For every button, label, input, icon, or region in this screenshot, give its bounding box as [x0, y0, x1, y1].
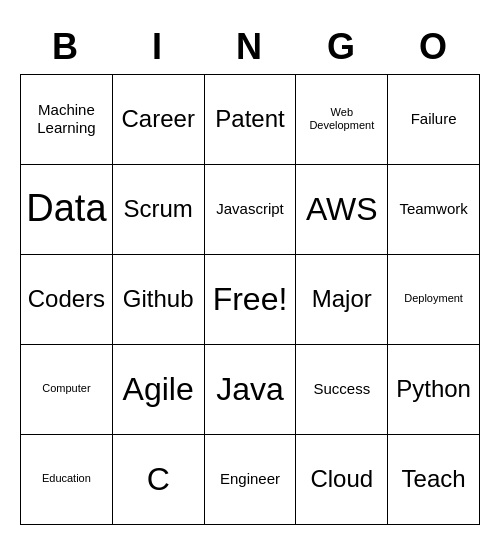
- bingo-cell: Github: [113, 255, 205, 345]
- header-letter: G: [296, 20, 388, 74]
- cell-text: Data: [26, 186, 106, 232]
- cell-text: Teamwork: [399, 200, 467, 218]
- cell-text: Coders: [28, 285, 105, 314]
- header-letter: N: [204, 20, 296, 74]
- bingo-cell: Major: [296, 255, 388, 345]
- bingo-cell: C: [113, 435, 205, 525]
- bingo-cell: Python: [388, 345, 480, 435]
- cell-text: Machine Learning: [25, 101, 108, 137]
- bingo-cell: Agile: [113, 345, 205, 435]
- cell-text: Github: [123, 285, 194, 314]
- cell-text: Patent: [215, 105, 284, 134]
- cell-text: Success: [313, 380, 370, 398]
- bingo-cell: Teamwork: [388, 165, 480, 255]
- bingo-cell: Deployment: [388, 255, 480, 345]
- cell-text: Web Development: [300, 106, 383, 132]
- bingo-cell: Machine Learning: [21, 75, 113, 165]
- bingo-cell: Career: [113, 75, 205, 165]
- cell-text: Teach: [402, 465, 466, 494]
- cell-text: Major: [312, 285, 372, 314]
- bingo-cell: Free!: [205, 255, 297, 345]
- bingo-grid: Machine LearningCareerPatentWeb Developm…: [20, 74, 480, 525]
- cell-text: Free!: [213, 280, 288, 318]
- bingo-cell: Patent: [205, 75, 297, 165]
- bingo-cell: Teach: [388, 435, 480, 525]
- cell-text: Career: [122, 105, 195, 134]
- cell-text: Javascript: [216, 200, 284, 218]
- header-letter: I: [112, 20, 204, 74]
- cell-text: Deployment: [404, 292, 463, 305]
- cell-text: C: [147, 460, 170, 498]
- bingo-cell: Data: [21, 165, 113, 255]
- cell-text: Computer: [42, 382, 90, 395]
- bingo-cell: Javascript: [205, 165, 297, 255]
- bingo-cell: Success: [296, 345, 388, 435]
- bingo-header: BINGO: [20, 20, 480, 74]
- bingo-cell: Failure: [388, 75, 480, 165]
- bingo-cell: Engineer: [205, 435, 297, 525]
- bingo-cell: Java: [205, 345, 297, 435]
- bingo-cell: Scrum: [113, 165, 205, 255]
- bingo-card: BINGO Machine LearningCareerPatentWeb De…: [20, 20, 480, 525]
- cell-text: Failure: [411, 110, 457, 128]
- cell-text: Education: [42, 472, 91, 485]
- cell-text: Agile: [123, 370, 194, 408]
- header-letter: B: [20, 20, 112, 74]
- cell-text: AWS: [306, 190, 378, 228]
- cell-text: Python: [396, 375, 471, 404]
- bingo-cell: Education: [21, 435, 113, 525]
- cell-text: Cloud: [310, 465, 373, 494]
- bingo-cell: Computer: [21, 345, 113, 435]
- bingo-cell: Cloud: [296, 435, 388, 525]
- bingo-cell: AWS: [296, 165, 388, 255]
- bingo-cell: Web Development: [296, 75, 388, 165]
- cell-text: Scrum: [124, 195, 193, 224]
- header-letter: O: [388, 20, 480, 74]
- bingo-cell: Coders: [21, 255, 113, 345]
- cell-text: Java: [216, 370, 284, 408]
- cell-text: Engineer: [220, 470, 280, 488]
